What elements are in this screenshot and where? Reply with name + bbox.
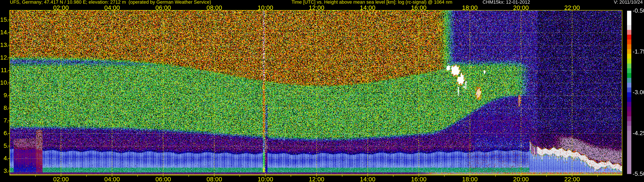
ceilometer-quicklook-app: UFS, Germany; 47.417 N / 10.980 E; eleva… xyxy=(0,0,644,182)
backscatter-heatmap-canvas xyxy=(0,0,644,182)
